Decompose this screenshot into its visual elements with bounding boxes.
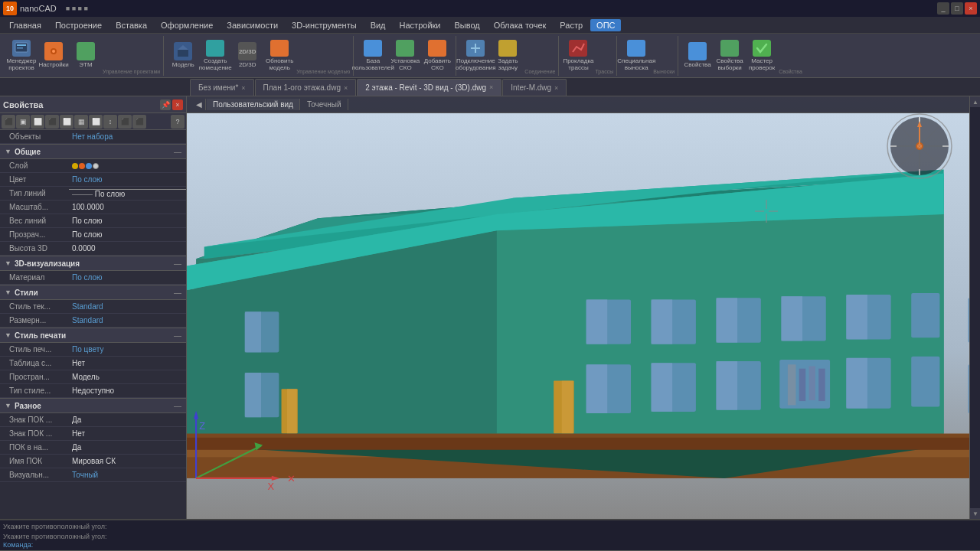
section-print-header[interactable]: ▼ Стиль печати — [0,328,186,343]
menu-output[interactable]: Вывод [448,19,485,31]
objects-row: Объекты Нет набора [0,130,186,144]
tab-close-inter-m[interactable]: × [554,84,558,92]
section-3dviz-header[interactable]: ▼ 3D-визуализация — [0,256,186,271]
right-scrollbar[interactable]: ▲ ▼ [969,96,980,519]
toolbar-add-sko-button[interactable]: Добавить СКО [422,38,452,73]
tab-inter-m[interactable]: Inter-M.dwg × [502,79,567,96]
pok2-value[interactable]: Нет [69,429,186,438]
material-value[interactable]: По слою [69,273,186,282]
scroll-up-button[interactable]: ▲ [970,96,980,107]
lineweight-value[interactable]: По слою [69,217,186,225]
dimstyle-value[interactable]: Standard [69,316,186,324]
menu-dependencies[interactable]: Зависимости [220,19,284,31]
menu-3dtools[interactable]: 3D-инструменты [286,19,363,31]
menu-home[interactable]: Главная [3,19,47,31]
pt-btn-4[interactable]: ⬛ [45,115,59,129]
pt-btn-9[interactable]: ⬛ [118,115,132,129]
pt-btn-8[interactable]: ↕ [103,115,117,129]
scroll-down-button[interactable]: ▼ [970,508,980,519]
color-value[interactable]: По слою [69,175,186,184]
inner-tab-precise[interactable]: Точечный [301,99,348,110]
section-styles-header[interactable]: ▼ Стили — [0,285,186,300]
toolbar-install-sko-button[interactable]: Установка СКО [390,38,420,73]
toolbar-connect-eq-button[interactable]: Подключение оборудования [460,38,491,73]
pt-btn-2[interactable]: ▣ [16,115,30,129]
tab-close-plan-1[interactable]: × [344,84,348,92]
toolbar-set-task-button[interactable]: Задать задачу [492,38,523,73]
group7-label: Свойства [779,69,802,76]
pt-btn-3[interactable]: ⬜ [31,115,44,129]
pt-btn-5[interactable]: ⬜ [60,115,74,129]
toolbar-settings-button[interactable]: Настройки [38,38,69,73]
toolbar-callout-button[interactable]: Специальная выноска [621,38,652,73]
section-other-collapse[interactable]: — [174,402,181,410]
scale-value[interactable]: 100.0000 [69,203,186,211]
space-value[interactable]: Модель [69,373,186,381]
pt-btn-1[interactable]: ⬛ [2,115,15,129]
tab-plan-1[interactable]: План 1-ого этажа.dwg × [255,79,357,96]
objects-value[interactable]: Нет набора [69,132,186,141]
menu-pointcloud[interactable]: Облака точек [488,19,553,31]
table-value[interactable]: Нет [69,359,186,367]
printstyle-value[interactable]: По цвету [69,345,186,354]
toolbar-2d3d-button[interactable]: 2D/3D 2D/3D [232,38,263,73]
pt-btn-help[interactable]: ? [171,115,185,129]
menu-ops[interactable]: ОПС [590,19,621,31]
toolbar-manager-button[interactable]: Менеджер проектов [6,38,37,73]
tab-no-name[interactable]: Без имени* × [190,79,254,96]
close-button[interactable]: × [965,2,977,15]
toolbar-create-room-button[interactable]: Создать помещение [200,38,230,73]
pok-name-label: Имя ПОК [0,457,69,465]
toolbar-update-model-button[interactable]: Обновить модель [264,38,295,73]
panel-close-button[interactable]: × [172,99,183,110]
inner-tab-user-view[interactable]: Пользовательский вид [207,99,300,110]
textstyle-value[interactable]: Standard [69,302,186,311]
pt-btn-7[interactable]: ⬜ [89,115,103,129]
section-3dviz-collapse[interactable]: — [174,259,181,268]
menu-insert[interactable]: Вставка [109,19,153,31]
viewport[interactable]: Z X ✕ ◀ Пользовательский вид Точечный [187,96,969,519]
section-print-collapse[interactable]: — [174,331,181,340]
tab-floor-2[interactable]: 2 этажа - Revit - 3D вид - (3D).dwg × [357,79,501,96]
pok3-value[interactable]: Да [69,443,186,452]
pt-btn-10[interactable]: ⬛ [132,115,146,129]
tab-close-no-name[interactable]: × [241,84,245,92]
pok1-value[interactable]: Да [69,416,186,424]
menu-build[interactable]: Построение [49,19,108,31]
toolbar-trace-button[interactable]: Прокладка трассы [563,38,593,73]
toolbar-model-button[interactable]: Модель [168,38,198,73]
visual-value[interactable]: Точный [69,471,186,479]
prop-scale: Масштаб... 100.0000 [0,201,186,214]
minimize-button[interactable]: _ [937,2,949,15]
maximize-button[interactable]: □ [951,2,963,15]
svg-rect-37 [562,381,573,434]
scroll-track[interactable] [970,107,980,508]
menu-raster[interactable]: Растр [554,19,589,31]
panel-pin-button[interactable]: 📌 [160,99,171,110]
pt-btn-6[interactable]: ▦ [74,115,88,129]
transparency-value[interactable]: По слою [69,230,186,239]
inner-tab-arrow[interactable]: ◀ [193,99,206,110]
section-general-header[interactable]: ▼ Общие — [0,144,186,159]
set-task-icon [498,40,517,57]
toolbar-props-button[interactable]: Свойства [682,38,713,73]
section-styles-collapse[interactable]: — [174,289,181,297]
toolbar-master-check-button[interactable]: Мастер проверок [746,38,777,73]
section-general-collapse[interactable]: — [174,148,181,156]
height3d-value[interactable]: 0.0000 [69,244,186,253]
menu-settings[interactable]: Настройки [394,19,447,31]
panel-header-controls[interactable]: 📌 × [160,99,183,110]
toolbar-props-sel-button[interactable]: Свойства выборки [714,38,745,73]
section-other-header[interactable]: ▼ Разное — [0,398,186,413]
pok-name-value[interactable]: Мировая СК [69,457,186,465]
toolbar-etm-button[interactable]: ЭТМ [70,38,101,73]
toolbar-base-users-button[interactable]: База пользователей [358,38,388,73]
tab-close-floor-2[interactable]: × [489,83,493,91]
menu-view[interactable]: Вид [364,19,392,31]
window-controls[interactable]: _ □ × [937,2,977,15]
layer-value[interactable] [69,163,186,169]
menu-decoration[interactable]: Оформление [155,19,219,31]
section-3dviz-rows: Материал По слою [0,271,186,285]
cmd-input-row[interactable]: Команда: [3,541,977,549]
linetype-value[interactable]: ——— По слою [69,189,186,198]
